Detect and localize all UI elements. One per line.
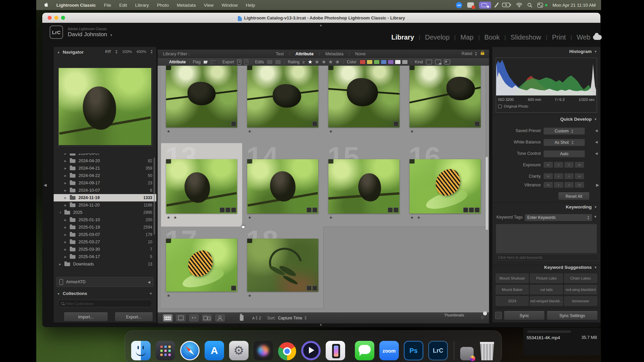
develop-badge-icon[interactable] (312, 121, 317, 126)
photo-thumbnail-15[interactable] (328, 159, 399, 214)
unexported-icon[interactable] (244, 60, 248, 65)
sort-direction-icon[interactable]: AZ (252, 316, 261, 320)
disclosure-right-icon[interactable]: ▶ (64, 167, 70, 170)
filter-tab-text[interactable]: Text (276, 51, 284, 56)
photo-thumbnail-17[interactable] (166, 239, 237, 292)
color-swatch-4[interactable] (381, 60, 387, 64)
rating-gte[interactable]: ≥ (303, 60, 305, 64)
module-slideshow[interactable]: Slideshow (511, 34, 541, 41)
grid-cell-10[interactable]: 10★ (242, 66, 324, 143)
keyword-suggestion-red-wing-blackbird[interactable]: red-wing blackbird (564, 285, 597, 294)
attribute-label[interactable]: Attribute (169, 60, 186, 64)
develop-badge-icon[interactable] (463, 207, 468, 213)
histogram-panel[interactable]: ISO 3200 600 mm f / 6.3 1/320 sec Origin… (496, 58, 597, 113)
stepper-exposure-3[interactable]: › (564, 162, 574, 168)
dock-trash[interactable] (479, 342, 495, 360)
grid-view-button[interactable] (163, 314, 172, 321)
disclosure-right-icon[interactable]: ▶ (64, 189, 70, 192)
disclosure-right-icon[interactable]: ▶ (64, 233, 70, 236)
dock-system-settings[interactable] (229, 341, 249, 360)
stepper-vibrance-1[interactable]: ‹‹ (543, 182, 553, 188)
dock-finder[interactable] (131, 341, 151, 360)
identity-plate[interactable]: LrC Adobe Lightroom Classic David Johnst… (50, 25, 113, 39)
module-web[interactable]: Web (577, 34, 590, 41)
develop-badge-icon[interactable] (220, 207, 225, 213)
menu-library[interactable]: Library (135, 3, 149, 8)
rating-star-2[interactable]: ★ (315, 59, 319, 65)
photo-thumbnail-14[interactable] (247, 159, 318, 214)
develop-badge-icon[interactable] (225, 207, 230, 213)
photo-thumbnail-16[interactable] (410, 159, 481, 214)
kind-video-icon[interactable] (444, 60, 450, 64)
left-panel-collapse-icon[interactable]: ◀ (44, 183, 47, 187)
people-view-button[interactable] (215, 314, 225, 321)
menu-edit[interactable]: Edit (119, 3, 127, 8)
color-swatch-1[interactable] (360, 60, 366, 64)
flag-picked-icon[interactable] (204, 61, 208, 64)
disclosure-right-icon[interactable]: ▶ (64, 154, 70, 155)
develop-badge-icon[interactable] (475, 121, 480, 126)
menu-help[interactable]: Help (246, 3, 255, 8)
disclosure-right-icon[interactable]: ▶ (59, 263, 64, 266)
menu-file[interactable]: File (104, 3, 111, 8)
import-button[interactable]: Import... (64, 312, 108, 321)
folder-row-2025[interactable]: ▼20252995 (54, 209, 156, 216)
dock-quicktime[interactable] (301, 341, 321, 360)
rating-star-3[interactable]: ★ (321, 59, 326, 65)
disclosure-right-icon[interactable]: ▶ (64, 241, 70, 244)
stepper-vibrance-2[interactable]: ‹ (554, 182, 564, 188)
identity-user-name[interactable]: David Johnston▼ (68, 31, 113, 38)
folder-row-2024-04-22[interactable]: ▶2024-04-2250 (54, 172, 156, 179)
develop-badge-icon[interactable] (231, 121, 236, 126)
keyword-suggestion-mount-baker[interactable]: Mount Baker (496, 285, 529, 294)
zoom-window-button[interactable] (61, 16, 65, 20)
dock-messages[interactable] (355, 341, 374, 360)
collections-header[interactable]: ▼Collections (57, 291, 87, 296)
edited-icon[interactable] (267, 60, 272, 64)
stepper-clarity-3[interactable]: › (564, 173, 574, 179)
menu-view[interactable]: View (204, 3, 214, 8)
develop-badge-icon[interactable] (231, 207, 236, 213)
module-develop[interactable]: Develop (425, 34, 449, 41)
wifi-icon[interactable] (516, 3, 522, 7)
folder-row-2024-04-20[interactable]: ▶2024-04-2082 (54, 157, 156, 165)
keyword-tags-select[interactable]: Enter Keywords (525, 214, 592, 221)
develop-badge-icon[interactable] (469, 207, 474, 213)
disclosure-right-icon[interactable]: ▶ (64, 160, 70, 163)
folder-row-2024-04-21[interactable]: ▶2024-04-21359 (54, 165, 156, 172)
grid-cell-14[interactable]: 14★ (242, 143, 324, 227)
color-swatch-2[interactable] (367, 60, 373, 64)
navigator-zoom-400[interactable]: 400% (137, 50, 146, 54)
folder-row-2024-04-07[interactable]: ▶2024-04-07 (54, 154, 156, 157)
keyword-entry-textarea[interactable] (496, 224, 597, 253)
filter-lock-icon[interactable] (481, 52, 484, 55)
rated-label[interactable]: Rated (462, 51, 472, 56)
develop-badge-icon[interactable] (312, 207, 317, 213)
folder-row-2025-03-07[interactable]: ▶2025-03-07179 (54, 231, 156, 238)
navigator-zoom-100[interactable]: 100% (122, 50, 132, 54)
painter-tool-icon[interactable] (240, 315, 244, 321)
grid-cell-11[interactable]: 11★ (323, 66, 405, 143)
exported-icon[interactable] (237, 60, 241, 65)
folder-row-2024-11-19[interactable]: ▶2024-11-191333 (54, 194, 156, 201)
close-window-button[interactable] (48, 16, 52, 20)
flag-rejected-icon[interactable] (211, 60, 215, 64)
stepper-clarity-4[interactable]: ›› (575, 173, 584, 179)
keywording-header[interactable]: Keywording▼ (566, 204, 592, 209)
top-panel-caret-icon[interactable]: ▲ (319, 23, 322, 27)
rating-star-5[interactable]: ★ (335, 59, 340, 65)
zoom-updown-icon[interactable] (151, 50, 153, 54)
compare-view-button[interactable] (189, 314, 199, 321)
white-balance-select[interactable]: As Shot (543, 139, 585, 146)
dock-stack[interactable] (460, 347, 474, 360)
stepper-vibrance-3[interactable]: › (564, 182, 574, 188)
collapse-triangle-icon[interactable]: ▼ (594, 266, 597, 269)
keyword-suggestion-cat-tails[interactable]: cat tails (530, 285, 563, 294)
filter-tab-attribute[interactable]: Attribute (296, 51, 314, 56)
screen-record-icon[interactable] (467, 2, 474, 8)
kind-master-icon[interactable] (426, 60, 432, 64)
kind-virtual-copy-icon[interactable] (435, 60, 441, 64)
photo-thumbnail-9[interactable] (166, 66, 237, 127)
disclosure-right-icon[interactable]: ▶ (64, 219, 70, 222)
filter-tab-none[interactable]: None (355, 51, 366, 56)
